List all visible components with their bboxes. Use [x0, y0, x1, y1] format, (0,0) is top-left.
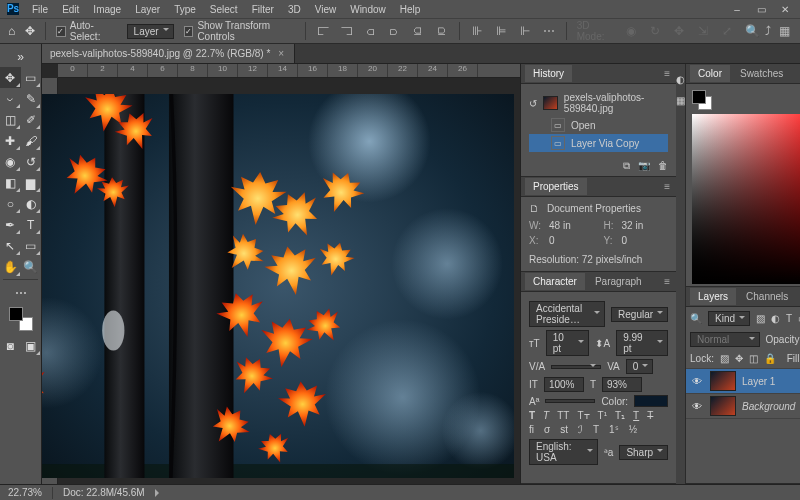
tracking-input[interactable]: 0 [626, 359, 654, 374]
menu-help[interactable]: Help [394, 2, 427, 17]
tab-paragraph[interactable]: Paragraph [587, 273, 650, 290]
ot-ordinals-icon[interactable]: 1ˢ [609, 424, 619, 435]
move-tool[interactable]: ✥ [0, 67, 21, 88]
healing-tool[interactable]: ✚ [0, 130, 21, 151]
align-vcenter-icon[interactable]: ⫑ [411, 23, 425, 39]
allcaps-icon[interactable]: TT [557, 410, 569, 421]
shape-tool[interactable]: ▭ [21, 235, 42, 256]
share-icon[interactable]: ⤴ [760, 23, 776, 39]
filter-adjust-icon[interactable]: ◐ [771, 313, 780, 324]
filter-kind-icon[interactable]: 🔍 [690, 313, 702, 324]
subscript-icon[interactable]: T₁ [615, 410, 625, 421]
edit-toolbar-icon[interactable]: ⋯ [0, 282, 41, 303]
align-top-icon[interactable]: ⫐ [387, 23, 401, 39]
baseline-input[interactable] [545, 399, 595, 403]
distribute-1-icon[interactable]: ⊪ [470, 23, 484, 39]
layer-row[interactable]: 👁 Background 🔒 [686, 394, 800, 419]
quick-select-tool[interactable]: ✎ [21, 88, 42, 109]
distribute-3-icon[interactable]: ⊩ [518, 23, 532, 39]
faux-italic-icon[interactable]: T [543, 410, 549, 421]
tab-character[interactable]: Character [525, 273, 585, 290]
menu-select[interactable]: Select [204, 2, 244, 17]
antialias-dropdown[interactable]: Sharp [619, 445, 668, 460]
home-icon[interactable]: ⌂ [8, 24, 15, 38]
tab-channels[interactable]: Channels [738, 288, 796, 305]
leading-input[interactable]: 9.99 pt [616, 330, 668, 356]
color-field[interactable] [692, 114, 800, 284]
zoom-tool[interactable]: 🔍 [21, 256, 42, 277]
window-close[interactable]: ✕ [778, 4, 792, 15]
delete-state-icon[interactable]: 🗑 [658, 160, 668, 172]
layer-name[interactable]: Background [742, 401, 795, 412]
layer-name[interactable]: Layer 1 [742, 376, 775, 387]
crop-tool[interactable]: ◫ [0, 109, 21, 130]
eraser-tool[interactable]: ◧ [0, 172, 21, 193]
superscript-icon[interactable]: T¹ [598, 410, 607, 421]
font-size-input[interactable]: 10 pt [546, 330, 590, 356]
history-step[interactable]: ▭ Layer Via Copy [529, 134, 668, 152]
layer-row[interactable]: 👁 Layer 1 [686, 369, 800, 394]
menu-3d[interactable]: 3D [282, 2, 307, 17]
tab-swatches[interactable]: Swatches [732, 65, 791, 82]
fg-bg-swatch[interactable] [9, 307, 33, 331]
dodge-tool[interactable]: ◐ [21, 193, 42, 214]
menu-type[interactable]: Type [168, 2, 202, 17]
font-family-dropdown[interactable]: Accidental Preside… [529, 301, 605, 327]
collapse-toolbox-icon[interactable]: » [0, 46, 41, 67]
ot-fraction-icon[interactable]: ½ [629, 424, 637, 435]
auto-select-target-dropdown[interactable]: Layer [127, 24, 174, 39]
menu-edit[interactable]: Edit [56, 2, 85, 17]
styles-icon[interactable]: ▦ [676, 95, 685, 106]
font-style-dropdown[interactable]: Regular [611, 307, 668, 322]
language-dropdown[interactable]: English: USA [529, 439, 598, 465]
document-canvas[interactable] [42, 94, 514, 478]
menu-window[interactable]: Window [344, 2, 392, 17]
align-hcenter-icon[interactable]: ⫎ [340, 23, 354, 39]
lock-artboard-icon[interactable]: ◫ [749, 353, 758, 364]
zoom-readout[interactable]: 22.73% [8, 487, 42, 498]
history-step[interactable]: ▭ Open [529, 116, 668, 134]
marquee-tool[interactable]: ▭ [21, 67, 42, 88]
align-bottom-icon[interactable]: ⫒ [435, 23, 449, 39]
new-doc-from-state-icon[interactable]: ⧉ [623, 160, 630, 172]
menu-view[interactable]: View [309, 2, 343, 17]
workspace-icon[interactable]: ▦ [776, 23, 792, 39]
text-color-swatch[interactable] [634, 395, 668, 407]
lock-all-icon[interactable]: 🔒 [764, 353, 776, 364]
lasso-tool[interactable]: ⏑ [0, 88, 21, 109]
doc-info[interactable]: Doc: 22.8M/45.6M [63, 487, 145, 498]
tab-properties[interactable]: Properties [525, 178, 587, 195]
lock-pixels-icon[interactable]: ▨ [720, 353, 729, 364]
hand-tool[interactable]: ✋ [0, 256, 21, 277]
ot-st-icon[interactable]: st [560, 424, 568, 435]
tab-layers[interactable]: Layers [690, 288, 736, 305]
gradient-tool[interactable]: ▆ [21, 172, 42, 193]
close-tab-icon[interactable]: × [276, 48, 286, 59]
fg-color-swatch[interactable] [9, 307, 23, 321]
hscale-input[interactable]: 93% [602, 377, 642, 392]
brush-tool[interactable]: 🖌 [21, 130, 42, 151]
blur-tool[interactable]: ○ [0, 193, 21, 214]
visibility-icon[interactable]: 👁 [690, 376, 704, 387]
menu-filter[interactable]: Filter [246, 2, 280, 17]
history-menu-icon[interactable]: ≡ [658, 66, 676, 81]
history-brush-tool[interactable]: ↺ [21, 151, 42, 172]
stamp-tool[interactable]: ◉ [0, 151, 21, 172]
character-menu-icon[interactable]: ≡ [658, 274, 676, 289]
window-minimize[interactable]: – [730, 4, 744, 15]
menu-file[interactable]: File [26, 2, 54, 17]
history-source-row[interactable]: ↺ pexels-valiphotos-589840.jpg [529, 90, 668, 116]
visibility-icon[interactable]: 👁 [690, 401, 704, 412]
path-select-tool[interactable]: ↖ [0, 235, 21, 256]
smallcaps-icon[interactable]: Tᴛ [577, 410, 589, 421]
screen-mode-icon[interactable]: ▣ [21, 335, 42, 356]
properties-menu-icon[interactable]: ≡ [658, 179, 676, 194]
show-transform-checkbox[interactable]: ✓Show Transform Controls [184, 20, 295, 42]
pen-tool[interactable]: ✒ [0, 214, 21, 235]
distribute-2-icon[interactable]: ⊫ [494, 23, 508, 39]
type-tool[interactable]: T [21, 214, 42, 235]
adjustments-icon[interactable]: ◐ [676, 74, 685, 85]
lock-position-icon[interactable]: ✥ [735, 353, 743, 364]
color-fgbg-swatch[interactable] [692, 90, 712, 110]
horizontal-ruler[interactable]: 0 2 4 6 8 10 12 14 16 18 20 22 24 26 [58, 64, 520, 78]
